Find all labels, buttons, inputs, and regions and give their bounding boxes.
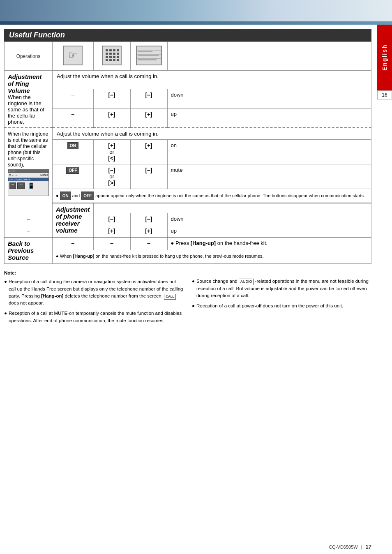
back-col1: – (53, 237, 94, 250)
svg-rect-8 (109, 53, 112, 55)
svg-text:☞: ☞ (68, 49, 77, 60)
ring-other-col1-off: OFF (53, 164, 94, 189)
section-title: Useful Function (4, 29, 371, 42)
ring-volume-other-header-row: When the ringtone is not the same as tha… (5, 128, 371, 140)
ring-volume-subtitle-same: When the ringtone is the same as that of… (8, 94, 49, 125)
display-top: 11:20↑ ↓ (8, 170, 48, 173)
operations-label: Operations (16, 53, 41, 59)
ring-other-col3-off: [–] (130, 164, 167, 189)
ring-other-on-row: ON [+]or[<] [+] on (5, 140, 371, 164)
note-left-1: ● Reception of a call during the camera … (4, 278, 184, 307)
note-bullet-4: ● (192, 302, 195, 309)
svg-rect-4 (109, 49, 112, 51)
phone-col1-down: – (5, 213, 53, 225)
phone-display-mockup: 11:20↑ ↓ ☰ ← → MENU CALL: 0901234678 ON … (8, 169, 49, 196)
display-on-btn: ON (9, 182, 16, 189)
ring-volume-note: Adjust the volume when a call is coming … (53, 71, 371, 89)
phone-receiver-spacer (93, 203, 371, 213)
screen-icon (136, 45, 162, 66)
svg-rect-16 (109, 59, 112, 61)
svg-rect-23 (138, 51, 152, 52)
ring-col1-down: – (53, 89, 94, 108)
display-middle: ☰ ← → MENU (8, 173, 48, 178)
svg-rect-24 (138, 55, 159, 56)
ring-other-off-row: OFF [–]or[>] [–] mute (5, 164, 371, 189)
ring-col1-up: – (53, 108, 94, 128)
ring-volume-title: Adjustment of Ring Volume (8, 73, 42, 94)
ring-result-down: down (167, 89, 371, 108)
ring-volume-row-down: – [–] [–] down (5, 89, 371, 108)
call-badge: CALL (164, 294, 176, 300)
phone-receiver-header-row: Adjustment of phone receiver volume (5, 203, 371, 213)
note-right-1: ● Source change and AUDIO -related opera… (192, 278, 371, 299)
screen-icon-cell (130, 42, 167, 71)
back-previous-note: ● When [Hang-up] on the hands-free kit i… (53, 250, 371, 264)
ring-other-col3-on: [+] (130, 140, 167, 164)
note-text-3: Source change and AUDIO -related operati… (196, 278, 371, 299)
note-text-1: Reception of a call during the camera or… (9, 278, 184, 307)
keypad-icon (101, 45, 122, 66)
bottom-bar: CQ-VD6505W | 17 (329, 544, 371, 550)
off-badge-note: OFF (81, 192, 94, 200)
ring-result-up: up (167, 108, 371, 128)
svg-rect-14 (117, 56, 119, 58)
page-number-right: 17 (366, 544, 371, 550)
result-header-cell (167, 42, 371, 71)
note-right-2: ● Reception of a call at power-off does … (192, 302, 371, 309)
back-col2: – (93, 237, 130, 250)
svg-rect-17 (113, 59, 115, 61)
model-number: CQ-VD6505W (329, 545, 357, 549)
ring-volume-other-label-cell: When the ringtone is not the same as tha… (5, 128, 53, 213)
svg-rect-9 (113, 53, 115, 55)
ring-volume-header-row: Adjustment of Ring Volume When the ringt… (5, 71, 371, 89)
note-bullet-3: ● (192, 278, 195, 299)
svg-rect-6 (117, 49, 119, 51)
phone-col3-down: [–] (130, 213, 167, 225)
note-text-2: Reception of a call at MUTE-on temporari… (9, 310, 184, 324)
on-button: ON (67, 142, 78, 149)
display-number: CALL: 0901234678 (8, 178, 48, 181)
back-result: ● Press [Hang-up] on the hands-free kit. (167, 237, 371, 250)
back-col3: – (130, 237, 167, 250)
phone-col3-up: [+] (130, 225, 167, 238)
note-text-4: Reception of a call at power-off does no… (196, 302, 371, 309)
note-bullet-2: ● (4, 310, 7, 324)
ring-other-table-note: ● ON and OFF appear appear only when the… (53, 189, 371, 203)
bottom-divider: | (361, 545, 362, 549)
ring-other-result-on: on (167, 140, 371, 164)
ring-other-col2-on: [+]or[<] (93, 140, 130, 164)
svg-rect-10 (117, 53, 119, 55)
ring-other-result-off: mute (167, 164, 371, 189)
table-header-row: Operations ☞ (5, 42, 371, 71)
ring-col3-down: [–] (130, 89, 167, 108)
phone-col2-up: [+] (93, 225, 130, 238)
main-table: Operations ☞ (4, 42, 371, 264)
svg-rect-7 (106, 53, 108, 55)
svg-rect-18 (117, 59, 119, 61)
notes-section: Note: ● Reception of a call during the c… (4, 270, 371, 328)
back-previous-label-cell: Back to Previous Source (5, 237, 53, 264)
notes-title: Note: (4, 270, 184, 277)
notes-right-col: ● Source change and AUDIO -related opera… (192, 270, 371, 328)
svg-rect-15 (106, 59, 108, 61)
main-content: Useful Function Operations ☞ (4, 29, 371, 328)
ring-volume-row-up: – [+] [+] up (5, 108, 371, 128)
on-badge-note: ON (60, 192, 71, 200)
svg-rect-5 (113, 49, 115, 51)
operations-label-cell: Operations (5, 42, 53, 71)
phone-receiver-title: Adjustment of phone receiver volume (56, 206, 90, 234)
note-left-2: ● Reception of a call at MUTE-on tempora… (4, 310, 184, 324)
phone-receiver-label-cell: Adjustment of phone receiver volume (53, 203, 94, 237)
keypad-icon-cell (93, 42, 130, 71)
ring-other-note-row: ● ON and OFF appear appear only when the… (5, 189, 371, 203)
svg-rect-13 (113, 56, 115, 58)
audio-badge: AUDIO (239, 279, 254, 285)
hand-icon-cell: ☞ (53, 42, 94, 71)
svg-rect-25 (138, 59, 157, 60)
ring-volume-other-note: Adjust the volume when a call is coming … (53, 128, 371, 140)
ring-volume-label-cell: Adjustment of Ring Volume When the ringt… (5, 71, 53, 128)
svg-rect-11 (106, 56, 108, 58)
off-button: OFF (66, 167, 79, 174)
ring-col2-up: [+] (93, 108, 130, 128)
ring-other-col2-off: [–]or[>] (93, 164, 130, 189)
